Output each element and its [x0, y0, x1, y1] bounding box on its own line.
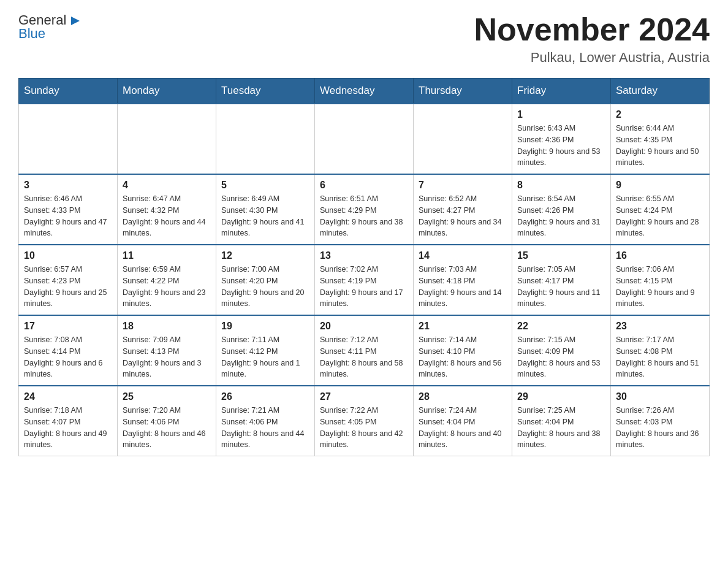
header-day-sunday: Sunday — [19, 79, 118, 104]
day-cell: 28Sunrise: 7:24 AMSunset: 4:04 PMDayligh… — [414, 386, 512, 456]
day-info: Sunrise: 7:09 AMSunset: 4:13 PMDaylight:… — [123, 334, 211, 380]
header-day-monday: Monday — [118, 79, 216, 104]
day-info: Sunrise: 7:08 AMSunset: 4:14 PMDaylight:… — [24, 334, 112, 380]
day-info: Sunrise: 7:03 AMSunset: 4:18 PMDaylight:… — [419, 264, 507, 310]
day-number: 20 — [320, 321, 408, 332]
day-info: Sunrise: 7:11 AMSunset: 4:12 PMDaylight:… — [221, 334, 309, 380]
day-info: Sunrise: 7:26 AMSunset: 4:03 PMDaylight:… — [616, 405, 704, 451]
day-cell: 22Sunrise: 7:15 AMSunset: 4:09 PMDayligh… — [512, 315, 611, 386]
day-cell — [216, 104, 315, 174]
day-number: 26 — [221, 391, 309, 402]
day-cell: 5Sunrise: 6:49 AMSunset: 4:30 PMDaylight… — [216, 174, 315, 245]
day-cell: 30Sunrise: 7:26 AMSunset: 4:03 PMDayligh… — [611, 386, 710, 456]
day-number: 29 — [517, 391, 605, 402]
day-info: Sunrise: 6:54 AMSunset: 4:26 PMDaylight:… — [517, 193, 605, 239]
header-day-friday: Friday — [512, 79, 611, 104]
day-cell: 10Sunrise: 6:57 AMSunset: 4:23 PMDayligh… — [19, 245, 118, 315]
day-cell: 6Sunrise: 6:51 AMSunset: 4:29 PMDaylight… — [315, 174, 414, 245]
day-number: 14 — [419, 250, 507, 261]
day-cell: 14Sunrise: 7:03 AMSunset: 4:18 PMDayligh… — [414, 245, 512, 315]
week-row-4: 17Sunrise: 7:08 AMSunset: 4:14 PMDayligh… — [19, 315, 710, 386]
day-cell — [19, 104, 118, 174]
day-number: 12 — [221, 250, 309, 261]
day-info: Sunrise: 7:22 AMSunset: 4:05 PMDaylight:… — [320, 405, 408, 451]
header-row: SundayMondayTuesdayWednesdayThursdayFrid… — [19, 79, 710, 104]
day-info: Sunrise: 7:15 AMSunset: 4:09 PMDaylight:… — [517, 334, 605, 380]
day-number: 30 — [616, 391, 704, 402]
day-cell: 1Sunrise: 6:43 AMSunset: 4:36 PMDaylight… — [512, 104, 611, 174]
day-number: 13 — [320, 250, 408, 261]
day-number: 6 — [320, 180, 408, 191]
day-number: 19 — [221, 321, 309, 332]
day-cell: 18Sunrise: 7:09 AMSunset: 4:13 PMDayligh… — [118, 315, 216, 386]
day-number: 2 — [616, 109, 704, 120]
day-info: Sunrise: 7:12 AMSunset: 4:11 PMDaylight:… — [320, 334, 408, 380]
day-number: 15 — [517, 250, 605, 261]
day-number: 10 — [24, 250, 112, 261]
day-cell: 15Sunrise: 7:05 AMSunset: 4:17 PMDayligh… — [512, 245, 611, 315]
day-info: Sunrise: 6:47 AMSunset: 4:32 PMDaylight:… — [123, 193, 211, 239]
calendar-table: SundayMondayTuesdayWednesdayThursdayFrid… — [18, 78, 710, 456]
svg-marker-0 — [71, 17, 80, 25]
day-info: Sunrise: 7:21 AMSunset: 4:06 PMDaylight:… — [221, 405, 309, 451]
day-number: 22 — [517, 321, 605, 332]
day-number: 21 — [419, 321, 507, 332]
day-cell: 24Sunrise: 7:18 AMSunset: 4:07 PMDayligh… — [19, 386, 118, 456]
day-info: Sunrise: 7:20 AMSunset: 4:06 PMDaylight:… — [123, 405, 211, 451]
day-info: Sunrise: 6:43 AMSunset: 4:36 PMDaylight:… — [517, 123, 605, 169]
logo: General Blue — [18, 12, 82, 42]
day-info: Sunrise: 6:59 AMSunset: 4:22 PMDaylight:… — [123, 264, 211, 310]
day-info: Sunrise: 6:55 AMSunset: 4:24 PMDaylight:… — [616, 193, 704, 239]
day-info: Sunrise: 7:06 AMSunset: 4:15 PMDaylight:… — [616, 264, 704, 310]
day-info: Sunrise: 6:52 AMSunset: 4:27 PMDaylight:… — [419, 193, 507, 239]
day-number: 17 — [24, 321, 112, 332]
day-cell: 3Sunrise: 6:46 AMSunset: 4:33 PMDaylight… — [19, 174, 118, 245]
calendar-body: 1Sunrise: 6:43 AMSunset: 4:36 PMDaylight… — [19, 104, 710, 456]
header-day-thursday: Thursday — [414, 79, 512, 104]
day-info: Sunrise: 6:46 AMSunset: 4:33 PMDaylight:… — [24, 193, 112, 239]
calendar-header: SundayMondayTuesdayWednesdayThursdayFrid… — [19, 79, 710, 104]
day-cell: 13Sunrise: 7:02 AMSunset: 4:19 PMDayligh… — [315, 245, 414, 315]
day-info: Sunrise: 6:49 AMSunset: 4:30 PMDaylight:… — [221, 193, 309, 239]
day-cell: 2Sunrise: 6:44 AMSunset: 4:35 PMDaylight… — [611, 104, 710, 174]
day-info: Sunrise: 6:57 AMSunset: 4:23 PMDaylight:… — [24, 264, 112, 310]
day-number: 18 — [123, 321, 211, 332]
week-row-2: 3Sunrise: 6:46 AMSunset: 4:33 PMDaylight… — [19, 174, 710, 245]
week-row-1: 1Sunrise: 6:43 AMSunset: 4:36 PMDaylight… — [19, 104, 710, 174]
week-row-5: 24Sunrise: 7:18 AMSunset: 4:07 PMDayligh… — [19, 386, 710, 456]
day-info: Sunrise: 7:00 AMSunset: 4:20 PMDaylight:… — [221, 264, 309, 310]
day-cell: 21Sunrise: 7:14 AMSunset: 4:10 PMDayligh… — [414, 315, 512, 386]
day-info: Sunrise: 6:51 AMSunset: 4:29 PMDaylight:… — [320, 193, 408, 239]
day-number: 27 — [320, 391, 408, 402]
day-cell: 4Sunrise: 6:47 AMSunset: 4:32 PMDaylight… — [118, 174, 216, 245]
logo-blue: Blue — [18, 26, 45, 42]
day-cell: 20Sunrise: 7:12 AMSunset: 4:11 PMDayligh… — [315, 315, 414, 386]
day-number: 3 — [24, 180, 112, 191]
day-cell: 9Sunrise: 6:55 AMSunset: 4:24 PMDaylight… — [611, 174, 710, 245]
day-number: 8 — [517, 180, 605, 191]
day-number: 1 — [517, 109, 605, 120]
day-number: 25 — [123, 391, 211, 402]
day-number: 5 — [221, 180, 309, 191]
day-cell: 25Sunrise: 7:20 AMSunset: 4:06 PMDayligh… — [118, 386, 216, 456]
day-number: 16 — [616, 250, 704, 261]
day-info: Sunrise: 7:17 AMSunset: 4:08 PMDaylight:… — [616, 334, 704, 380]
day-cell: 12Sunrise: 7:00 AMSunset: 4:20 PMDayligh… — [216, 245, 315, 315]
day-number: 23 — [616, 321, 704, 332]
logo-arrow-icon — [69, 14, 82, 28]
header-day-wednesday: Wednesday — [315, 79, 414, 104]
day-cell: 26Sunrise: 7:21 AMSunset: 4:06 PMDayligh… — [216, 386, 315, 456]
day-info: Sunrise: 7:02 AMSunset: 4:19 PMDaylight:… — [320, 264, 408, 310]
day-cell: 29Sunrise: 7:25 AMSunset: 4:04 PMDayligh… — [512, 386, 611, 456]
header-day-saturday: Saturday — [611, 79, 710, 104]
header-day-tuesday: Tuesday — [216, 79, 315, 104]
day-cell — [118, 104, 216, 174]
day-number: 7 — [419, 180, 507, 191]
day-cell: 23Sunrise: 7:17 AMSunset: 4:08 PMDayligh… — [611, 315, 710, 386]
day-info: Sunrise: 7:05 AMSunset: 4:17 PMDaylight:… — [517, 264, 605, 310]
day-cell: 17Sunrise: 7:08 AMSunset: 4:14 PMDayligh… — [19, 315, 118, 386]
main-title: November 2024 — [474, 12, 710, 47]
day-info: Sunrise: 7:25 AMSunset: 4:04 PMDaylight:… — [517, 405, 605, 451]
day-cell: 16Sunrise: 7:06 AMSunset: 4:15 PMDayligh… — [611, 245, 710, 315]
day-number: 24 — [24, 391, 112, 402]
